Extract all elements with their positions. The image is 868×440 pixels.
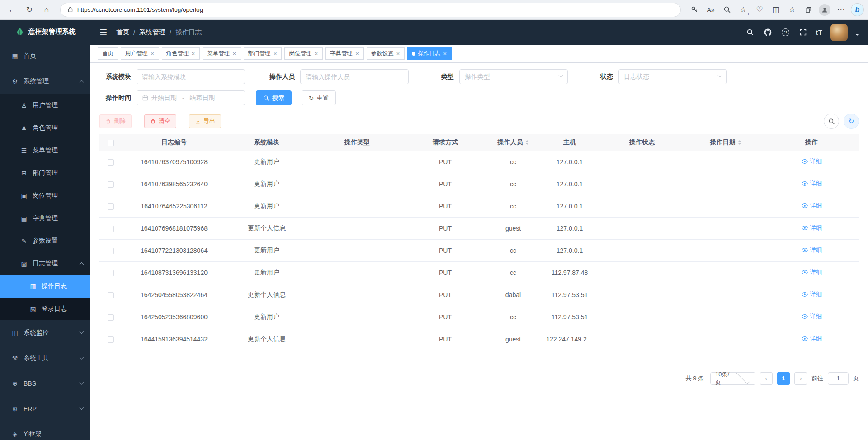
export-button[interactable]: 导出 [189, 114, 221, 128]
sidebar-item[interactable]: ♟角色管理 [0, 117, 90, 139]
hamburger-icon[interactable]: ☰ [97, 25, 110, 39]
tab-item[interactable]: 首页 [98, 47, 118, 60]
sidebar-item[interactable]: ◫系统监控 [0, 320, 90, 345]
help-button[interactable]: ? [781, 28, 791, 38]
tab-close-icon[interactable]: × [273, 51, 278, 57]
sidebar-item[interactable]: ▥操作日志 [0, 275, 90, 298]
next-page-button[interactable]: › [794, 372, 807, 385]
tab-item[interactable]: 字典管理× [326, 47, 364, 60]
header-search-button[interactable] [745, 28, 755, 38]
clear-button[interactable]: 清空 [144, 114, 176, 128]
favorites-button[interactable]: ☆ [784, 3, 800, 17]
detail-link[interactable]: 详细 [801, 202, 822, 210]
type-select[interactable]: 操作类型 [459, 69, 568, 84]
detail-link[interactable]: 详细 [801, 246, 822, 254]
sidebar-item[interactable]: ▦首页 [0, 43, 90, 69]
row-checkbox[interactable] [108, 292, 114, 298]
browser-refresh-button[interactable]: ↻ [22, 3, 37, 17]
browser-back-button[interactable]: ← [5, 3, 20, 17]
detail-link[interactable]: 详细 [801, 180, 822, 188]
tab-item[interactable]: 参数设置× [367, 47, 405, 60]
zoom-out-button[interactable] [719, 3, 735, 17]
row-checkbox[interactable] [108, 248, 114, 254]
tab-close-icon[interactable]: × [355, 51, 359, 57]
sidebar-item[interactable]: ⊕ERP [0, 396, 90, 421]
add-favorite-button[interactable]: ☆+ [736, 3, 751, 17]
detail-link[interactable]: 详细 [801, 290, 822, 298]
column-header[interactable]: 操作日期 [687, 134, 764, 151]
tab-close-icon[interactable]: × [396, 51, 401, 57]
browser-essentials-button[interactable]: ♡ [752, 3, 767, 17]
collections-button[interactable] [801, 3, 816, 17]
breadcrumb-home[interactable]: 首页 [116, 28, 129, 37]
row-checkbox[interactable] [108, 159, 114, 166]
current-page-button[interactable]: 1 [777, 372, 790, 385]
row-checkbox[interactable] [108, 336, 114, 343]
browser-profile-button[interactable] [819, 4, 830, 16]
app-logo[interactable]: 意框架管理系统 [0, 20, 90, 43]
sort-carets-icon[interactable] [738, 138, 741, 147]
tab-close-icon[interactable]: × [150, 51, 155, 57]
eye-icon [801, 313, 808, 320]
split-screen-button[interactable]: ◫ [768, 3, 783, 17]
address-bar[interactable]: https://ccnetcore.com:1101/system/log/op… [61, 3, 680, 17]
sidebar-item[interactable]: ☰菜单管理 [0, 139, 90, 162]
read-aloud-button[interactable]: A» [703, 3, 718, 17]
detail-link[interactable]: 详细 [801, 268, 822, 276]
operator-input[interactable] [306, 73, 403, 80]
sidebar-item[interactable]: ▤字典管理 [0, 207, 90, 230]
tab-item[interactable]: 岗位管理× [284, 47, 323, 60]
sidebar-item[interactable]: ▨日志管理 [0, 252, 90, 275]
module-input[interactable] [142, 73, 240, 80]
tab-item[interactable]: 用户管理× [121, 47, 159, 60]
delete-button[interactable]: 删除 [99, 114, 132, 128]
sidebar-item[interactable]: ⚒系统工具 [0, 345, 90, 371]
date-range-picker[interactable]: 开始日期 - 结束日期 [137, 90, 245, 105]
detail-link[interactable]: 详细 [801, 224, 822, 232]
fullscreen-button[interactable] [798, 28, 808, 38]
row-checkbox[interactable] [108, 314, 114, 321]
password-key-button[interactable] [687, 3, 702, 17]
sidebar-item[interactable]: ▧登录日志 [0, 298, 90, 320]
user-avatar[interactable] [830, 24, 848, 41]
detail-link[interactable]: 详细 [801, 312, 822, 321]
sidebar-item[interactable]: ◈Yi框架 [0, 421, 90, 440]
tab-close-icon[interactable]: × [191, 51, 196, 57]
tab-item[interactable]: 操作日志× [407, 47, 452, 60]
detail-link[interactable]: 详细 [801, 335, 822, 343]
refresh-table-button[interactable]: ↻ [844, 114, 859, 129]
browser-home-button[interactable]: ⌂ [39, 3, 54, 17]
goto-page-input[interactable] [828, 372, 849, 385]
tab-close-icon[interactable]: × [232, 51, 236, 57]
prev-page-button[interactable]: ‹ [760, 372, 773, 385]
reset-button[interactable]: ↻ 重置 [302, 90, 336, 105]
font-size-button[interactable]: tT [816, 28, 823, 36]
status-select[interactable]: 日志状态 [618, 69, 727, 84]
detail-link[interactable]: 详细 [801, 157, 822, 166]
page-size-select[interactable]: 10条/页 [710, 372, 755, 385]
sidebar-item[interactable]: ♙用户管理 [0, 94, 90, 117]
hide-search-button[interactable] [824, 114, 839, 129]
browser-menu-button[interactable]: ⋯ [833, 3, 849, 17]
bing-copilot-button[interactable]: b [851, 4, 863, 16]
sort-carets-icon[interactable] [525, 138, 529, 147]
sidebar-item[interactable]: ✎参数设置 [0, 230, 90, 252]
row-checkbox[interactable] [108, 270, 114, 276]
row-checkbox[interactable] [108, 181, 114, 188]
sidebar-item[interactable]: ⚙系统管理 [0, 69, 90, 94]
tab-close-icon[interactable]: × [443, 51, 447, 57]
row-checkbox[interactable] [108, 203, 114, 210]
search-button[interactable]: 搜索 [256, 90, 292, 105]
tab-item[interactable]: 菜单管理× [203, 47, 241, 60]
sidebar-item[interactable]: ▣岗位管理 [0, 185, 90, 207]
tab-item[interactable]: 部门管理× [244, 47, 282, 60]
row-checkbox[interactable] [108, 226, 114, 232]
select-all-checkbox[interactable] [108, 140, 114, 146]
column-header[interactable]: 操作人员 [484, 134, 542, 151]
sidebar-item[interactable]: ⊞部门管理 [0, 162, 90, 185]
github-button[interactable] [763, 28, 773, 38]
tab-item[interactable]: 角色管理× [162, 47, 200, 60]
breadcrumb-system[interactable]: 系统管理 [139, 28, 165, 37]
sidebar-item[interactable]: ⊕BBS [0, 371, 90, 396]
tab-close-icon[interactable]: × [314, 51, 318, 57]
